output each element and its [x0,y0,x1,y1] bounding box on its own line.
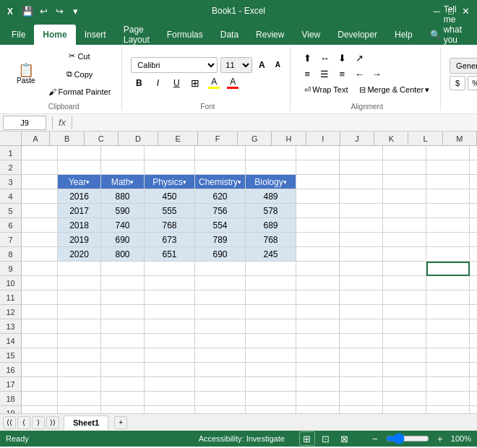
grid-cell[interactable] [195,334,246,348]
grid-cell[interactable] [383,290,426,305]
grid-cell[interactable] [296,204,340,218]
grid-cell[interactable] [101,146,145,160]
grid-cell[interactable] [383,233,426,247]
font-size-select[interactable]: 11 [220,57,252,73]
grid-cell[interactable] [340,334,383,348]
grid-cell[interactable]: 620 [195,189,246,204]
grid-cell[interactable] [58,363,101,377]
grid-cell[interactable] [246,377,296,392]
col-header-b[interactable]: B [50,132,84,146]
grid-cell[interactable] [470,160,477,175]
grid-cell[interactable] [296,406,340,413]
row-header-18[interactable]: 18 [0,392,22,406]
grid-cell[interactable] [145,334,195,348]
grid-cell[interactable] [145,363,195,377]
grid-cell[interactable] [22,276,58,290]
cell-reference-input[interactable] [3,116,46,130]
col-header-h[interactable]: H [272,132,306,146]
undo-icon[interactable]: ↩ [38,5,49,17]
grid-cell[interactable]: Year ▾ [58,175,101,189]
grid-cell[interactable] [340,392,383,406]
grid-cell[interactable]: 2019 [58,233,101,247]
grid-cell[interactable] [470,290,477,305]
grid-cell[interactable] [195,392,246,406]
sheet-tab-sheet1[interactable]: Sheet1 [64,415,108,430]
grid-cell[interactable] [340,377,383,392]
grid-cell[interactable] [296,377,340,392]
grid-cell[interactable] [22,146,58,160]
grid-cell[interactable] [383,392,426,406]
col-header-f[interactable]: F [198,132,238,146]
grid-cell[interactable] [383,218,426,233]
row-header-17[interactable]: 17 [0,377,22,392]
grid-cell[interactable] [246,276,296,290]
grid-cell[interactable] [296,247,340,262]
grid-cell[interactable] [246,160,296,175]
grid-cell[interactable] [296,319,340,334]
grid-cell[interactable] [58,348,101,363]
grid-cell[interactable] [340,348,383,363]
bold-button[interactable]: B [131,75,147,91]
fill-color-button[interactable]: A [206,75,222,91]
middle-align-button[interactable]: ↔ [317,51,332,66]
grid-cell[interactable] [195,377,246,392]
grid-cell[interactable] [383,204,426,218]
grid-cell[interactable] [383,348,426,363]
grid-cell[interactable] [426,204,470,218]
grid-cell[interactable] [145,305,195,319]
grid-cell[interactable]: 2017 [58,204,101,218]
increase-indent-button[interactable]: → [369,67,384,82]
grid-cell[interactable] [426,392,470,406]
right-align-button[interactable]: ≡ [334,67,350,82]
decrease-indent-button[interactable]: ← [351,67,367,82]
customize-icon[interactable]: ▾ [69,5,81,17]
tab-data[interactable]: Data [212,25,247,45]
grid-cell[interactable] [22,363,58,377]
save-icon[interactable]: 💾 [22,5,33,17]
grid-cell[interactable]: 245 [246,247,296,262]
grid-cell[interactable]: 756 [195,204,246,218]
grid-cell[interactable] [101,276,145,290]
merge-dropdown-icon[interactable]: ▾ [425,85,429,95]
grid-cell[interactable] [296,305,340,319]
grid-cell[interactable] [246,262,296,276]
grid-cell[interactable] [470,406,477,413]
grid-cell[interactable] [426,290,470,305]
number-format-select[interactable]: General [450,58,477,74]
top-align-button[interactable]: ⬆ [299,51,315,66]
grid-cell[interactable] [246,348,296,363]
grid-cell[interactable] [470,146,477,160]
grid-cell[interactable] [58,262,101,276]
grid-cell[interactable] [470,218,477,233]
row-header-12[interactable]: 12 [0,305,22,319]
grid-cell[interactable] [470,233,477,247]
grid-cell[interactable] [58,276,101,290]
col-header-g[interactable]: G [238,132,272,146]
grid-cell[interactable] [101,262,145,276]
grid-cell[interactable] [383,363,426,377]
grid-cell[interactable] [340,204,383,218]
grid-cell[interactable]: 2016 [58,189,101,204]
page-break-view-button[interactable]: ⊠ [337,431,353,446]
grid-cell[interactable] [195,305,246,319]
grid-cell[interactable] [383,247,426,262]
grid-cell[interactable] [101,363,145,377]
grid-cell[interactable] [426,363,470,377]
underline-button[interactable]: U [168,75,184,91]
grid-cell[interactable] [426,247,470,262]
grid-cell[interactable] [426,218,470,233]
grid-cell[interactable]: 2020 [58,247,101,262]
grid-cell[interactable] [340,218,383,233]
last-sheet-button[interactable]: ⟩⟩ [46,416,59,429]
grid-cell[interactable]: 555 [145,204,195,218]
grid-cell[interactable] [246,319,296,334]
grid-cell[interactable] [145,146,195,160]
row-header-8[interactable]: 8 [0,247,22,262]
grid-cell[interactable] [145,319,195,334]
grid-cell[interactable] [296,262,340,276]
grid-cell[interactable]: 578 [246,204,296,218]
grid-cell[interactable] [195,406,246,413]
grid-cell[interactable] [101,377,145,392]
grid-cell[interactable] [470,262,477,276]
col-header-k[interactable]: K [374,132,408,146]
